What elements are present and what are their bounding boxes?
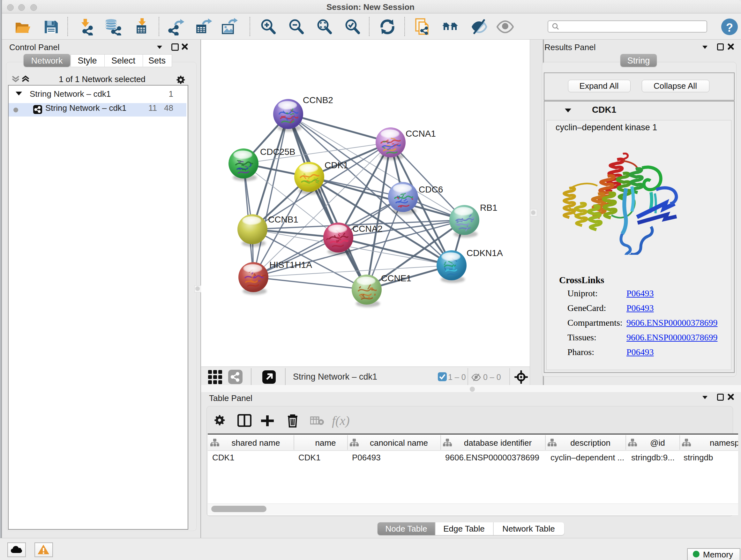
svg-text:CCNB1: CCNB1: [268, 214, 298, 225]
svg-text:HIST1H1A: HIST1H1A: [269, 260, 312, 270]
svg-text:CCNA1: CCNA1: [406, 129, 436, 138]
svg-text:CCNB2: CCNB2: [303, 95, 333, 105]
svg-text:CDK1: CDK1: [325, 160, 348, 170]
svg-text:CCNA2: CCNA2: [352, 224, 383, 234]
svg-text:CDC6: CDC6: [419, 185, 443, 194]
svg-text:RB1: RB1: [480, 203, 497, 212]
svg-text:CDC25B: CDC25B: [260, 147, 295, 157]
svg-text:CCNE1: CCNE1: [381, 273, 411, 283]
svg-text:CDKN1A: CDKN1A: [467, 248, 503, 258]
